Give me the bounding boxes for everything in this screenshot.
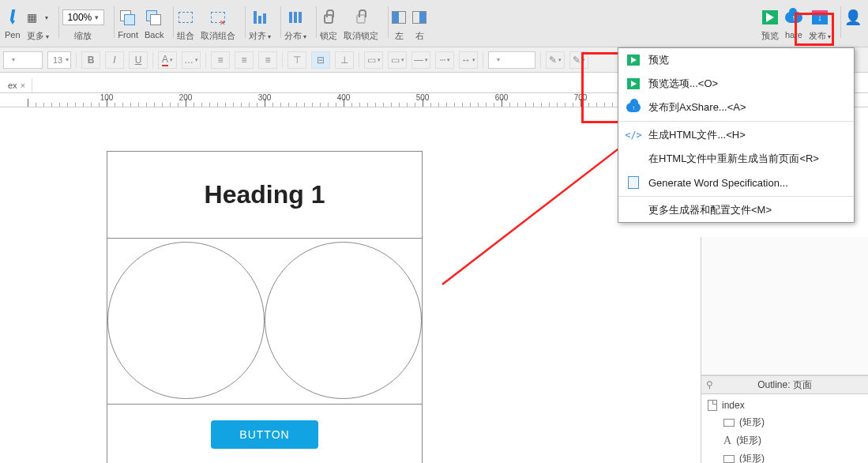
zoom-tool[interactable]: 100% 缩放 [62,6,105,44]
menu-item[interactable]: </>生成HTML文件...<H> [618,123,854,147]
tab-index[interactable]: ex × [2,78,32,92]
share-tool[interactable]: ↑ hare [785,6,802,44]
group-label: 组合 [177,30,194,42]
align-icon [254,11,266,24]
left-label: 左 [395,30,404,42]
lock-tool[interactable]: 锁定 [320,6,337,44]
unlock-tool[interactable]: 取消锁定 [344,6,378,44]
align-label: 对齐 [249,30,271,42]
preview-icon [762,10,778,24]
bold-button[interactable]: B [81,51,100,69]
preview-tool[interactable]: 预览 [761,6,779,44]
tab-close-button[interactable]: × [21,81,25,90]
page-icon [708,400,717,411]
circle-shape-2[interactable] [265,242,422,399]
bring-front-icon [120,10,136,24]
outline-child-node[interactable]: (矩形) [705,413,865,431]
menu-item-label: 发布到AxShare...<A> [648,100,746,115]
group-tool[interactable]: 组合 [177,6,194,44]
outline-child-node[interactable]: A(矩形) [705,431,865,450]
pen-tool[interactable]: Pen [5,6,21,44]
menu-item[interactable]: 预览 [618,48,854,72]
fill-color-button[interactable]: ▭ [364,51,383,69]
right-label: 右 [415,30,424,42]
primary-button-widget[interactable]: BUTTON [211,420,318,449]
ungroup-tool[interactable]: 取消组合 [201,6,235,44]
text-align-left-button[interactable]: ≡ [211,51,230,69]
pin-icon[interactable]: ⚲ [706,379,713,390]
underline-button[interactable]: U [129,51,148,69]
rectangle-icon [723,419,735,427]
distribute-tool[interactable]: 分布 [284,6,306,44]
wireframe-header[interactable]: Heading 1 [107,152,422,239]
shape-select[interactable] [488,51,535,69]
font-color-button[interactable]: A [158,51,177,69]
play-icon [626,55,641,66]
publish-label: 发布 [809,30,831,42]
menu-item-label: 预览 [648,53,669,67]
share-label: hare [785,30,802,40]
circle-shape-1[interactable] [107,242,265,399]
preview-label: 预览 [761,30,779,42]
more-tool[interactable]: ▦ 更多 [27,6,49,44]
outline-root-node[interactable]: index [705,397,865,413]
text-align-center-button[interactable]: ≡ [235,51,254,69]
play-icon [626,78,641,89]
more-text-button[interactable]: … [182,51,201,69]
valign-bot-button[interactable]: ⊥ [335,51,354,69]
distribute-label: 分布 [284,30,306,42]
share-icon: ↑ [785,12,802,23]
line-style-button[interactable]: ┄ [435,51,454,69]
ungroup-icon [211,12,225,23]
line-width-button[interactable]: — [411,51,430,69]
paste-style-button[interactable]: ✎ [569,51,588,69]
italic-button[interactable]: I [105,51,124,69]
pen-label: Pen [5,30,21,40]
menu-item[interactable]: Generate Word Specification... [618,171,854,194]
align-left-icon [392,11,406,24]
publish-dropdown-menu: 预览预览选项...<O>↑发布到AxShare...<A></>生成HTML文件… [618,47,855,223]
wireframe-frame[interactable]: Heading 1 BUTTON [107,151,423,463]
menu-item[interactable]: 更多生成器和配置文件<M> [618,198,854,222]
heading-1-text[interactable]: Heading 1 [205,180,325,209]
menu-item[interactable]: 预览选项...<O> [618,72,854,96]
outline-title: Outline: 页面 [757,378,812,392]
outline-node-label: (矩形) [739,452,765,463]
outline-panel: ⚲ Outline: 页面 index (矩形)A(矩形)(矩形)(矩形) [701,237,868,463]
menu-item-label: 在HTML文件中重新生成当前页面<R> [648,152,819,166]
rectangle-icon [723,455,735,463]
main-toolbar: Pen ▦ 更多 100% 缩放 Front Back 组合 取消组合 对齐 分… [0,0,868,47]
user-icon: 👤 [844,9,862,26]
align-right-tool[interactable]: 右 [412,6,426,44]
menu-item[interactable]: ↑发布到AxShare...<A> [618,96,854,119]
lock-icon [324,14,333,24]
align-left-tool[interactable]: 左 [392,6,406,44]
style-select[interactable] [3,51,43,69]
send-back-icon [146,10,162,24]
arrow-button[interactable]: ↔ [459,51,478,69]
text-a-icon: A [723,435,731,447]
valign-top-button[interactable]: ⊤ [287,51,306,69]
front-label: Front [118,30,138,40]
align-tool[interactable]: 对齐 [249,6,271,44]
unlock-label: 取消锁定 [344,30,378,42]
wireframe-button-zone: BUTTON [107,405,422,463]
valign-mid-button[interactable]: ⊟ [311,51,330,69]
outline-child-node[interactable]: (矩形) [705,450,865,463]
menu-item-label: Generate Word Specification... [648,177,788,189]
menu-item[interactable]: 在HTML文件中重新生成当前页面<R> [618,147,854,171]
back-tool[interactable]: Back [145,6,163,44]
pen-icon [6,9,19,25]
outline-root-label: index [722,400,745,411]
copy-style-button[interactable]: ✎ [546,51,565,69]
account-tool[interactable]: 👤 [844,6,862,44]
front-tool[interactable]: Front [118,6,138,44]
text-align-right-button[interactable]: ≡ [258,51,277,69]
zoom-select[interactable]: 100% [62,9,105,25]
fontsize-select[interactable]: 13 [47,51,71,69]
publish-tool[interactable]: ↓ 发布 [809,6,831,44]
code-icon: </> [626,130,641,141]
line-color-button[interactable]: ▭ [388,51,407,69]
outline-header[interactable]: ⚲ Outline: 页面 [701,375,868,394]
menu-item-label: 更多生成器和配置文件<M> [648,203,772,217]
